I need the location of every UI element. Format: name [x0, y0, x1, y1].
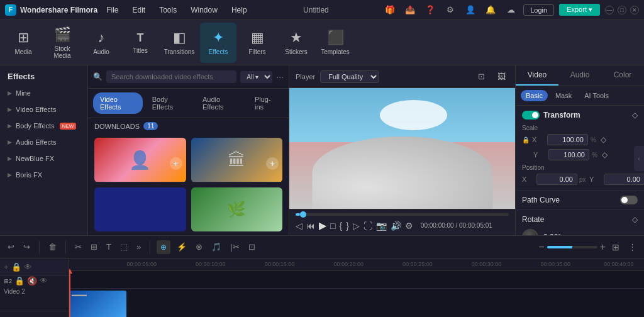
- scale-x-keyframe[interactable]: ◇: [601, 135, 606, 144]
- login-button[interactable]: Login: [523, 4, 554, 16]
- zoom-in-button[interactable]: +: [600, 242, 606, 253]
- split-button[interactable]: |✂: [228, 241, 242, 253]
- tab-audio[interactable]: Audio: [558, 65, 601, 86]
- aspect-ratio-icon[interactable]: ⊡: [474, 69, 489, 84]
- track2-eye-icon[interactable]: 👁: [40, 276, 48, 286]
- notification-icon[interactable]: 🔔: [483, 3, 498, 18]
- screenshot-icon[interactable]: 🖼: [494, 69, 509, 84]
- timeline-redo-button[interactable]: ↪: [21, 241, 33, 253]
- sidebar-item-boris-fx[interactable]: ▶ Boris FX: [0, 167, 87, 183]
- toolbar-filters[interactable]: ▦ Filters: [239, 23, 275, 63]
- scale-y-input[interactable]: [548, 149, 589, 160]
- track1-mute-icon[interactable]: 👁: [24, 262, 32, 272]
- scale-y-keyframe[interactable]: ◇: [602, 150, 608, 159]
- stop-button[interactable]: □: [330, 221, 335, 231]
- menu-window[interactable]: Window: [188, 4, 220, 16]
- video-clip[interactable]: ▬▬▬: [69, 291, 126, 317]
- menu-tools[interactable]: Tools: [157, 4, 179, 16]
- effect-card-rgb-stroke[interactable]: 👤 + RGB Stroke: [94, 138, 186, 182]
- copy-button[interactable]: ⊡: [246, 241, 258, 253]
- zoom-slider[interactable]: [547, 246, 597, 248]
- magnet-button[interactable]: ⊗: [193, 241, 205, 253]
- tab-video-effects[interactable]: Video Effects: [93, 92, 143, 114]
- toolbar-audio[interactable]: ♪ Audio: [83, 23, 119, 63]
- playhead[interactable]: [69, 271, 70, 317]
- snap-button[interactable]: ⊕: [157, 240, 170, 254]
- tab-video[interactable]: Video: [516, 65, 558, 86]
- menu-file[interactable]: File: [104, 4, 121, 16]
- toolbar-media[interactable]: ⊞ Media: [5, 23, 42, 63]
- effect-card-green[interactable]: 🌿: [191, 187, 283, 232]
- timeline-settings-button[interactable]: ⋮: [626, 241, 639, 253]
- transform-keyframe-icon[interactable]: ◇: [632, 111, 638, 120]
- sidebar-item-newblue-fx[interactable]: ▶ NewBlue FX: [0, 150, 87, 167]
- audio-sync-button[interactable]: 🎵: [209, 241, 224, 253]
- sub-tab-basic[interactable]: Basic: [521, 90, 548, 101]
- toolbar-titles[interactable]: T Titles: [122, 23, 158, 63]
- timeline-undo-button[interactable]: ↩: [5, 241, 17, 253]
- tab-audio-effects[interactable]: Audio Effects: [196, 92, 245, 114]
- sub-tab-ai-tools[interactable]: AI Tools: [579, 90, 614, 101]
- toolbar-templates[interactable]: ⬛ Templates: [317, 23, 353, 63]
- export-button[interactable]: Export ▾: [559, 4, 600, 16]
- sidebar-item-body-effects[interactable]: ▶ Body Effects NEW: [0, 118, 87, 134]
- track2-lock-icon[interactable]: 🔒: [14, 276, 25, 286]
- menu-help[interactable]: Help: [229, 4, 250, 16]
- toolbar-stickers[interactable]: ★ Stickers: [278, 23, 314, 63]
- filter-dropdown[interactable]: All ▾: [240, 71, 272, 83]
- text-tool-button[interactable]: T: [104, 241, 114, 253]
- more-tools-button[interactable]: »: [134, 241, 143, 253]
- tab-plug-ins[interactable]: Plug-ins: [248, 92, 284, 114]
- rgb-stroke-add-icon[interactable]: +: [170, 157, 182, 170]
- tab-color[interactable]: Color: [601, 65, 644, 86]
- rotate-knob[interactable]: [522, 229, 538, 235]
- sidebar-item-audio-effects[interactable]: ▶ Audio Effects: [0, 134, 87, 150]
- toolbar-transitions[interactable]: ◧ Transitions: [161, 23, 197, 63]
- crop-button[interactable]: ⬚: [118, 241, 130, 253]
- sub-tab-mask[interactable]: Mask: [550, 90, 577, 101]
- search-input[interactable]: [106, 70, 236, 83]
- mosaic-add-icon[interactable]: +: [266, 157, 279, 170]
- sidebar-item-mine[interactable]: ▶ Mine: [0, 85, 87, 101]
- ripple-button[interactable]: ⚡: [174, 241, 189, 253]
- settings-icon[interactable]: ⚙: [443, 3, 458, 18]
- cloud-icon[interactable]: ☁: [503, 3, 518, 18]
- progress-bar[interactable]: [296, 213, 509, 216]
- more-options-button[interactable]: ···: [276, 72, 284, 82]
- mark-in-button[interactable]: {: [339, 221, 342, 231]
- minimize-button[interactable]: —: [605, 6, 614, 14]
- cut-button[interactable]: ✂: [72, 241, 84, 253]
- effect-card-filmstrip[interactable]: [94, 187, 186, 232]
- lock-icon[interactable]: 🔒: [522, 136, 530, 143]
- gift-icon[interactable]: 🎁: [382, 3, 397, 18]
- menu-edit[interactable]: Edit: [130, 4, 148, 16]
- help-icon[interactable]: ❓: [423, 3, 438, 18]
- user-icon[interactable]: 👤: [463, 3, 478, 18]
- track1-lock-icon[interactable]: 🔒: [11, 262, 21, 272]
- more-controls-button[interactable]: ⚙: [405, 221, 413, 231]
- position-y-input[interactable]: [604, 174, 644, 185]
- step-back-button[interactable]: ⏮: [306, 221, 315, 231]
- fullscreen-button[interactable]: ⛶: [364, 221, 372, 231]
- snapshot-button[interactable]: 📷: [376, 221, 387, 231]
- toolbar-stock-media[interactable]: 🎬 Stock Media: [44, 23, 80, 63]
- prev-frame-button[interactable]: ◁: [296, 221, 303, 231]
- scale-x-input[interactable]: [547, 134, 588, 145]
- quality-select[interactable]: Full Quality: [320, 70, 379, 83]
- delete-button[interactable]: 🗑: [46, 241, 59, 253]
- rotate-keyframe[interactable]: ◇: [632, 215, 638, 224]
- play-button[interactable]: ▶: [319, 220, 326, 231]
- track2-mute-icon[interactable]: 🔇: [27, 276, 37, 286]
- next-frame-button[interactable]: ▷: [353, 221, 360, 231]
- transform-toggle[interactable]: [522, 111, 540, 120]
- share-icon[interactable]: 📤: [402, 3, 418, 18]
- volume-button[interactable]: 🔊: [391, 221, 401, 231]
- zoom-out-button[interactable]: −: [538, 242, 544, 253]
- grid-view-button[interactable]: ⊞: [609, 241, 622, 253]
- track1-add-icon[interactable]: +: [4, 262, 9, 272]
- sidebar-item-video-effects[interactable]: ▶ Video Effects: [0, 101, 87, 118]
- maximize-button[interactable]: □: [618, 6, 626, 14]
- effect-card-mosaic[interactable]: 🏛 + Mosaic: [191, 138, 283, 182]
- close-button[interactable]: ✕: [630, 6, 639, 14]
- toolbar-effects[interactable]: ✦ Effects: [200, 23, 236, 63]
